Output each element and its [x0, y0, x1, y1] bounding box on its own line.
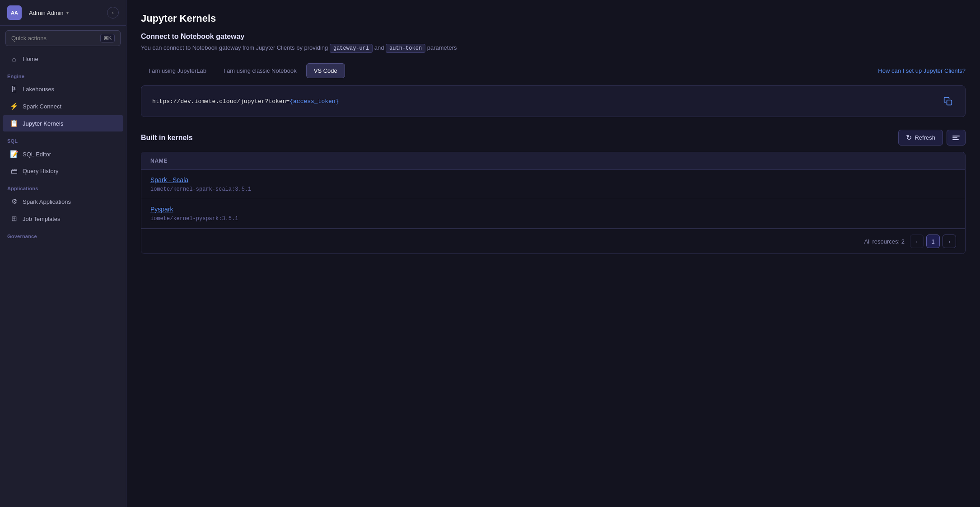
- sidebar-header: AA Admin Admin ▾ ‹: [0, 0, 126, 26]
- sidebar-item-spark-applications[interactable]: ⚙ Spark Applications: [3, 193, 123, 210]
- param1-code: gateway-url: [330, 44, 373, 53]
- tab-bar: I am using JupyterLab I am using classic…: [141, 63, 966, 78]
- kernel-name-pyspark[interactable]: Pyspark: [150, 206, 956, 213]
- refresh-icon: ↻: [906, 133, 912, 142]
- sidebar-item-label: SQL Editor: [23, 151, 51, 158]
- code-url-prefix: https://dev.iomete.cloud/jupyter?token=: [152, 98, 289, 105]
- sidebar-item-label: Home: [23, 56, 38, 62]
- kernel-image-pyspark: iomete/kernel-pyspark:3.5.1: [150, 216, 238, 222]
- refresh-button[interactable]: ↻ Refresh: [898, 130, 943, 146]
- param2-code: auth-token: [386, 44, 425, 53]
- sidebar: AA Admin Admin ▾ ‹ Quick actions ⌘K ⌂ Ho…: [0, 0, 126, 507]
- sidebar-item-lakehouses[interactable]: 🗄 Lakehouses: [3, 81, 123, 97]
- page-title: Jupyter Kernels: [141, 13, 966, 24]
- sidebar-item-label: Job Templates: [23, 216, 61, 222]
- sidebar-item-label: Spark Connect: [23, 103, 61, 110]
- query-history-icon: 🗃: [10, 167, 18, 175]
- section-label-governance: Governance: [0, 227, 126, 241]
- code-url-text: https://dev.iomete.cloud/jupyter?token={…: [152, 98, 339, 105]
- sidebar-item-label: Lakehouses: [23, 86, 54, 93]
- quick-actions-button[interactable]: Quick actions ⌘K: [5, 30, 121, 46]
- tab-jupyterlab[interactable]: I am using JupyterLab: [141, 63, 214, 78]
- connect-section: Connect to Notebook gateway You can conn…: [141, 33, 966, 52]
- page-1-button[interactable]: 1: [926, 235, 940, 248]
- kernels-actions: ↻ Refresh: [898, 130, 966, 146]
- kernel-name-spark-scala[interactable]: Spark - Scala: [150, 176, 956, 183]
- kernels-table: Name Spark - Scala iomete/kernel-spark-s…: [141, 152, 966, 254]
- code-token: {access_token}: [289, 98, 339, 105]
- sidebar-item-home[interactable]: ⌂ Home: [3, 51, 123, 67]
- kernels-header: Built in kernels ↻ Refresh: [141, 130, 966, 146]
- kernel-image-spark-scala: iomete/kernel-spark-scala:3.5.1: [150, 186, 251, 192]
- collapse-sidebar-button[interactable]: ‹: [107, 7, 119, 19]
- connect-title: Connect to Notebook gateway: [141, 33, 966, 41]
- table-header-name: Name: [141, 152, 965, 170]
- copy-icon: [943, 97, 952, 106]
- sidebar-item-query-history[interactable]: 🗃 Query History: [3, 163, 123, 179]
- table-row: Spark - Scala iomete/kernel-spark-scala:…: [141, 170, 965, 199]
- tab-classic-notebook[interactable]: I am using classic Notebook: [216, 63, 304, 78]
- help-link[interactable]: How can I set up Jupyter Clients?: [878, 67, 966, 74]
- copy-code-button[interactable]: [942, 95, 954, 108]
- tab-vscode[interactable]: VS Code: [306, 63, 345, 78]
- table-footer: All resources: 2 ‹ 1 ›: [141, 229, 965, 253]
- jupyter-kernels-icon: 📋: [10, 119, 18, 127]
- sidebar-item-label: Jupyter Kernels: [23, 120, 63, 127]
- sliders-icon: [952, 136, 960, 140]
- svg-rect-0: [947, 100, 952, 105]
- job-templates-icon: ⊞: [10, 215, 18, 223]
- home-icon: ⌂: [10, 55, 18, 63]
- avatar: AA: [7, 5, 22, 20]
- section-label-engine: Engine: [0, 67, 126, 81]
- section-label-sql: SQL: [0, 132, 126, 146]
- sidebar-item-label: Spark Applications: [23, 198, 71, 205]
- sql-editor-icon: 📝: [10, 150, 18, 158]
- quick-actions-shortcut: ⌘K: [100, 34, 115, 42]
- sidebar-item-label: Query History: [23, 168, 58, 174]
- code-block: https://dev.iomete.cloud/jupyter?token={…: [141, 85, 966, 117]
- lakehouses-icon: 🗄: [10, 85, 18, 93]
- chevron-down-icon: ▾: [66, 10, 69, 15]
- sidebar-item-jupyter-kernels[interactable]: 📋 Jupyter Kernels: [3, 115, 123, 131]
- resources-count: All resources: 2: [864, 238, 905, 245]
- sidebar-item-sql-editor[interactable]: 📝 SQL Editor: [3, 146, 123, 162]
- connect-description: You can connect to Notebook gateway from…: [141, 43, 966, 52]
- spark-connect-icon: ⚡: [10, 102, 18, 110]
- filter-button[interactable]: [947, 130, 966, 146]
- prev-page-button[interactable]: ‹: [910, 235, 924, 248]
- sidebar-item-job-templates[interactable]: ⊞ Job Templates: [3, 211, 123, 227]
- refresh-label: Refresh: [915, 134, 935, 141]
- user-name-display[interactable]: Admin Admin ▾: [29, 9, 107, 16]
- sidebar-item-spark-connect[interactable]: ⚡ Spark Connect: [3, 98, 123, 114]
- next-page-button[interactable]: ›: [943, 235, 956, 248]
- quick-actions-label: Quick actions: [11, 35, 47, 42]
- main-content: Jupyter Kernels Connect to Notebook gate…: [126, 0, 980, 507]
- kernels-title: Built in kernels: [141, 134, 193, 142]
- table-row: Pyspark iomete/kernel-pyspark:3.5.1: [141, 199, 965, 229]
- spark-applications-icon: ⚙: [10, 197, 18, 206]
- section-label-applications: Applications: [0, 179, 126, 193]
- pagination: ‹ 1 ›: [910, 235, 956, 248]
